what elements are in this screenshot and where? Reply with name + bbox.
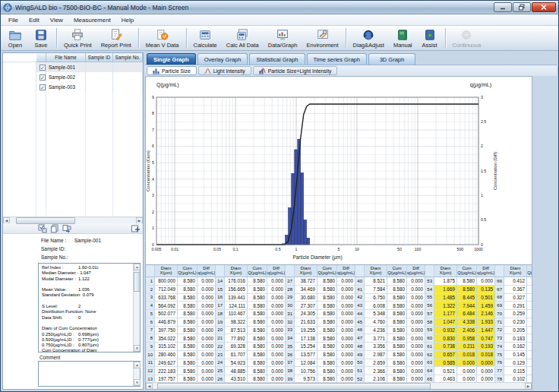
scroll-thumb[interactable] — [157, 383, 431, 390]
transfer-icon[interactable] — [62, 224, 71, 233]
menu-file[interactable]: File — [3, 16, 24, 24]
detail-label: Diam of Cum Concentration — [42, 326, 99, 331]
open-button[interactable]: Open — [2, 26, 28, 50]
tab-single-graph[interactable]: Single Graph — [147, 53, 196, 65]
row-index-cell: 48 — [355, 343, 365, 351]
subtab-particle-size-light-intensity[interactable]: Particle Size+Light Intensity — [253, 66, 338, 75]
tab-time-series-graph[interactable]: Time series Graph — [307, 53, 367, 65]
file-row[interactable]: ✓Sample-003 — [3, 82, 143, 92]
diff-cell: 0.000 — [407, 318, 425, 327]
quick-print-button[interactable]: Quick Print — [59, 26, 96, 50]
continuous-button: Continuous — [448, 26, 486, 50]
file-checkbox[interactable]: ✓ — [36, 72, 46, 82]
sample-id-cell[interactable] — [86, 72, 113, 82]
new-window-icon[interactable] — [131, 224, 140, 233]
svg-text:0.5: 0.5 — [275, 247, 280, 251]
row-index-cell: 26 — [216, 375, 225, 382]
table-hscrollbar[interactable]: ◀ ▶ — [146, 382, 532, 389]
assist-button[interactable]: Assist — [417, 26, 443, 50]
file-list-hscrollbar[interactable]: ◀ ▶ — [3, 217, 143, 223]
scroll-up-icon[interactable]: ▲ — [134, 264, 141, 270]
diag-adjust-button[interactable]: Diag&Adjust — [349, 26, 389, 50]
mean-v-data-button[interactable]: Mean V Data — [141, 26, 184, 50]
report-print-button[interactable]: Report Print — [96, 26, 136, 50]
diam-cell: 3.356 — [365, 343, 387, 351]
cum-cell: 8.580 — [317, 327, 337, 335]
menu-view[interactable]: View — [45, 16, 68, 24]
minimize-button[interactable] — [494, 2, 512, 12]
file-checkbox[interactable]: ✓ — [36, 62, 46, 72]
svg-text:2: 2 — [152, 210, 154, 214]
sample-no-cell[interactable] — [113, 72, 143, 82]
tab-3d-graph[interactable]: 3D Graph — [368, 53, 415, 65]
sample-id-cell[interactable] — [86, 82, 113, 92]
scroll-thumb[interactable] — [16, 217, 75, 224]
menu-edit[interactable]: Edit — [24, 16, 45, 24]
copy-icon[interactable] — [50, 224, 59, 233]
checkbox-column-header[interactable] — [36, 53, 46, 62]
select-all-icon[interactable] — [38, 224, 47, 233]
data-graph-button[interactable]: Data/Graph — [264, 26, 302, 50]
file-row[interactable]: ✓Sample-001 — [3, 62, 143, 72]
cum-cell: 8.580 — [317, 334, 337, 343]
sample-no-cell[interactable] — [113, 62, 143, 72]
cum-cell — [527, 327, 532, 335]
detail-label: Cum Concentration of Diam — [42, 348, 99, 352]
file-name-cell[interactable]: Sample-002 — [46, 72, 86, 82]
file-name-cell[interactable]: Sample-001 — [46, 62, 86, 72]
scroll-track[interactable] — [134, 368, 141, 379]
diam-cell: 354.022 — [155, 334, 178, 343]
column-header[interactable]: Sample No. — [113, 53, 143, 62]
toolbar-separator — [346, 28, 346, 48]
comment-vscrollbar[interactable]: ▲ ▼ — [133, 362, 140, 386]
row-index-cell: 24 — [216, 359, 225, 368]
scroll-track[interactable] — [153, 383, 525, 390]
calc-all-data-button[interactable]: Calc All Data — [222, 26, 264, 50]
scroll-down-icon[interactable]: ▼ — [134, 345, 141, 352]
sample-info: File Name :Sample-001 Sample ID: Sample … — [3, 234, 143, 263]
scroll-track[interactable] — [10, 217, 136, 224]
column-header[interactable]: Sample ID — [86, 53, 113, 62]
file-row[interactable]: ✓Sample-002 — [3, 72, 143, 82]
scroll-down-icon[interactable]: ▼ — [134, 379, 141, 386]
column-header[interactable]: File Name — [46, 53, 86, 62]
file-name-cell[interactable]: Sample-003 — [46, 82, 86, 92]
menu-help[interactable]: Help — [116, 16, 139, 24]
manual-button[interactable]: Manual — [389, 26, 417, 50]
scroll-up-icon[interactable]: ▲ — [134, 362, 141, 368]
cum-cell: 8.580 — [248, 327, 267, 335]
cum-cell: 8.580 — [178, 351, 197, 359]
scroll-right-icon[interactable]: ▶ — [525, 383, 532, 390]
diff-cell: 0.000 — [197, 318, 216, 327]
subtab-particle-size[interactable]: Particle Size — [147, 66, 197, 75]
details-vscrollbar[interactable]: ▲ ▼ — [133, 264, 140, 352]
environment-icon — [316, 28, 330, 42]
file-checkbox[interactable]: ✓ — [36, 82, 46, 92]
tab-statistical-graph[interactable]: Statistical Graph — [249, 53, 305, 65]
svg-text:4: 4 — [152, 177, 154, 182]
cum-cell: 8.580 — [317, 343, 337, 351]
scroll-track[interactable] — [134, 270, 141, 345]
sample-no-cell[interactable] — [113, 82, 143, 92]
save-button[interactable]: Save — [28, 26, 54, 50]
calculate-button[interactable]: Calculate — [189, 26, 222, 50]
detail-value: 1.047 — [80, 270, 91, 276]
cum-cell: 8.580 — [178, 327, 197, 335]
environment-button[interactable]: Environment — [302, 26, 343, 50]
svg-text:Particle Diameter (μm): Particle Diameter (μm) — [292, 254, 342, 261]
subtab-light-intensity[interactable]: Light Intensity — [198, 66, 251, 75]
row-index-cell: 57 — [425, 310, 434, 318]
toolbar-button-label: Calc All Data — [226, 42, 259, 49]
close-button[interactable] — [532, 2, 556, 12]
menu-measurement[interactable]: Measurement — [68, 16, 116, 24]
detail-label: Standard Deviation: — [42, 292, 83, 298]
svg-text:2: 2 — [481, 144, 483, 148]
data-table-panel: DiamX(μm)CumQ(μg/mL)Diffq(μg/mL)1800.000… — [145, 265, 532, 390]
toolbar-separator — [138, 28, 139, 48]
scroll-left-icon[interactable]: ◀ — [146, 383, 153, 390]
comment-input[interactable]: ▲ ▼ — [38, 361, 141, 387]
tab-overlay-graph[interactable]: Overlay Graph — [197, 53, 248, 65]
sample-id-cell[interactable] — [86, 62, 113, 72]
scroll-thumb[interactable] — [134, 272, 141, 292]
restore-button[interactable] — [513, 2, 531, 12]
